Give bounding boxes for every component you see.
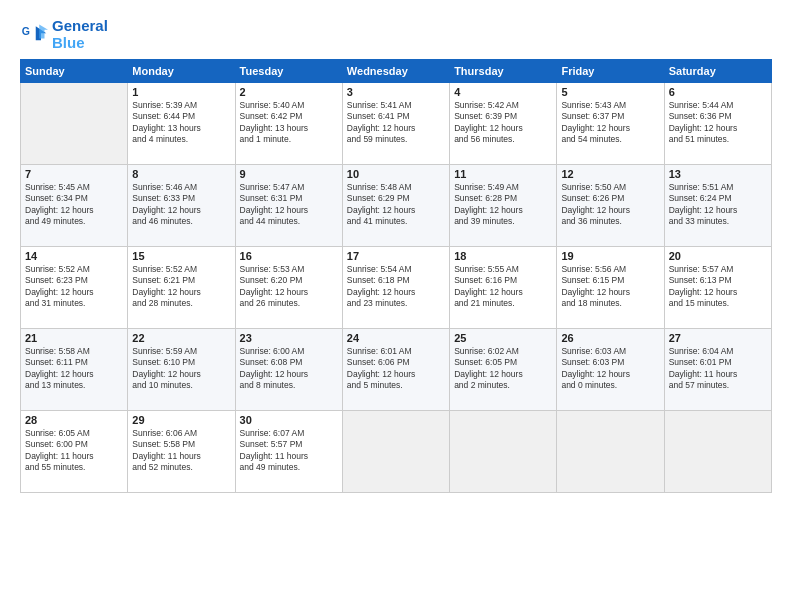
day-info: Sunrise: 6:05 AM Sunset: 6:00 PM Dayligh… [25, 428, 123, 474]
logo: G General Blue [20, 18, 108, 51]
calendar-cell: 16Sunrise: 5:53 AM Sunset: 6:20 PM Dayli… [235, 247, 342, 329]
day-info: Sunrise: 5:56 AM Sunset: 6:15 PM Dayligh… [561, 264, 659, 310]
day-info: Sunrise: 5:47 AM Sunset: 6:31 PM Dayligh… [240, 182, 338, 228]
day-number: 15 [132, 250, 230, 262]
calendar-week-row: 21Sunrise: 5:58 AM Sunset: 6:11 PM Dayli… [21, 329, 772, 411]
day-info: Sunrise: 5:59 AM Sunset: 6:10 PM Dayligh… [132, 346, 230, 392]
calendar-week-row: 14Sunrise: 5:52 AM Sunset: 6:23 PM Dayli… [21, 247, 772, 329]
logo-icon: G [20, 21, 48, 49]
day-number: 6 [669, 86, 767, 98]
calendar-cell: 27Sunrise: 6:04 AM Sunset: 6:01 PM Dayli… [664, 329, 771, 411]
calendar-cell: 15Sunrise: 5:52 AM Sunset: 6:21 PM Dayli… [128, 247, 235, 329]
calendar-cell [342, 411, 449, 493]
day-info: Sunrise: 5:52 AM Sunset: 6:21 PM Dayligh… [132, 264, 230, 310]
calendar-cell: 25Sunrise: 6:02 AM Sunset: 6:05 PM Dayli… [450, 329, 557, 411]
day-number: 1 [132, 86, 230, 98]
calendar-cell: 24Sunrise: 6:01 AM Sunset: 6:06 PM Dayli… [342, 329, 449, 411]
day-info: Sunrise: 5:52 AM Sunset: 6:23 PM Dayligh… [25, 264, 123, 310]
calendar-cell: 23Sunrise: 6:00 AM Sunset: 6:08 PM Dayli… [235, 329, 342, 411]
day-number: 20 [669, 250, 767, 262]
day-info: Sunrise: 5:55 AM Sunset: 6:16 PM Dayligh… [454, 264, 552, 310]
day-info: Sunrise: 5:58 AM Sunset: 6:11 PM Dayligh… [25, 346, 123, 392]
day-info: Sunrise: 5:46 AM Sunset: 6:33 PM Dayligh… [132, 182, 230, 228]
calendar-cell: 17Sunrise: 5:54 AM Sunset: 6:18 PM Dayli… [342, 247, 449, 329]
day-number: 26 [561, 332, 659, 344]
calendar-header-row: SundayMondayTuesdayWednesdayThursdayFrid… [21, 60, 772, 83]
day-number: 5 [561, 86, 659, 98]
day-info: Sunrise: 5:53 AM Sunset: 6:20 PM Dayligh… [240, 264, 338, 310]
calendar-cell: 21Sunrise: 5:58 AM Sunset: 6:11 PM Dayli… [21, 329, 128, 411]
day-number: 24 [347, 332, 445, 344]
day-info: Sunrise: 5:43 AM Sunset: 6:37 PM Dayligh… [561, 100, 659, 146]
day-number: 4 [454, 86, 552, 98]
day-number: 3 [347, 86, 445, 98]
day-number: 19 [561, 250, 659, 262]
day-info: Sunrise: 6:04 AM Sunset: 6:01 PM Dayligh… [669, 346, 767, 392]
day-info: Sunrise: 5:40 AM Sunset: 6:42 PM Dayligh… [240, 100, 338, 146]
day-number: 2 [240, 86, 338, 98]
day-info: Sunrise: 5:44 AM Sunset: 6:36 PM Dayligh… [669, 100, 767, 146]
day-number: 21 [25, 332, 123, 344]
day-info: Sunrise: 5:41 AM Sunset: 6:41 PM Dayligh… [347, 100, 445, 146]
day-info: Sunrise: 5:45 AM Sunset: 6:34 PM Dayligh… [25, 182, 123, 228]
calendar-page: G General Blue SundayMondayTuesdayWednes… [0, 0, 792, 612]
calendar-cell: 2Sunrise: 5:40 AM Sunset: 6:42 PM Daylig… [235, 83, 342, 165]
calendar-cell: 12Sunrise: 5:50 AM Sunset: 6:26 PM Dayli… [557, 165, 664, 247]
calendar-cell: 22Sunrise: 5:59 AM Sunset: 6:10 PM Dayli… [128, 329, 235, 411]
calendar-cell: 5Sunrise: 5:43 AM Sunset: 6:37 PM Daylig… [557, 83, 664, 165]
day-number: 13 [669, 168, 767, 180]
calendar-cell: 8Sunrise: 5:46 AM Sunset: 6:33 PM Daylig… [128, 165, 235, 247]
day-info: Sunrise: 5:42 AM Sunset: 6:39 PM Dayligh… [454, 100, 552, 146]
calendar-cell [557, 411, 664, 493]
calendar-cell [21, 83, 128, 165]
day-info: Sunrise: 5:54 AM Sunset: 6:18 PM Dayligh… [347, 264, 445, 310]
day-info: Sunrise: 5:48 AM Sunset: 6:29 PM Dayligh… [347, 182, 445, 228]
col-header-friday: Friday [557, 60, 664, 83]
calendar-cell: 29Sunrise: 6:06 AM Sunset: 5:58 PM Dayli… [128, 411, 235, 493]
calendar-cell: 30Sunrise: 6:07 AM Sunset: 5:57 PM Dayli… [235, 411, 342, 493]
calendar-cell: 26Sunrise: 6:03 AM Sunset: 6:03 PM Dayli… [557, 329, 664, 411]
calendar-week-row: 28Sunrise: 6:05 AM Sunset: 6:00 PM Dayli… [21, 411, 772, 493]
calendar-cell: 1Sunrise: 5:39 AM Sunset: 6:44 PM Daylig… [128, 83, 235, 165]
calendar-cell: 11Sunrise: 5:49 AM Sunset: 6:28 PM Dayli… [450, 165, 557, 247]
calendar-cell: 6Sunrise: 5:44 AM Sunset: 6:36 PM Daylig… [664, 83, 771, 165]
day-number: 22 [132, 332, 230, 344]
svg-marker-2 [39, 24, 48, 38]
logo-text-line2: Blue [52, 35, 108, 52]
day-number: 12 [561, 168, 659, 180]
day-number: 16 [240, 250, 338, 262]
day-info: Sunrise: 5:49 AM Sunset: 6:28 PM Dayligh… [454, 182, 552, 228]
calendar-week-row: 7Sunrise: 5:45 AM Sunset: 6:34 PM Daylig… [21, 165, 772, 247]
day-number: 25 [454, 332, 552, 344]
day-number: 10 [347, 168, 445, 180]
day-number: 11 [454, 168, 552, 180]
day-number: 29 [132, 414, 230, 426]
calendar-cell: 4Sunrise: 5:42 AM Sunset: 6:39 PM Daylig… [450, 83, 557, 165]
calendar-cell [664, 411, 771, 493]
calendar-cell: 13Sunrise: 5:51 AM Sunset: 6:24 PM Dayli… [664, 165, 771, 247]
calendar-cell: 18Sunrise: 5:55 AM Sunset: 6:16 PM Dayli… [450, 247, 557, 329]
col-header-monday: Monday [128, 60, 235, 83]
day-info: Sunrise: 6:00 AM Sunset: 6:08 PM Dayligh… [240, 346, 338, 392]
svg-text:G: G [22, 25, 30, 37]
calendar-cell: 14Sunrise: 5:52 AM Sunset: 6:23 PM Dayli… [21, 247, 128, 329]
col-header-saturday: Saturday [664, 60, 771, 83]
calendar-cell: 20Sunrise: 5:57 AM Sunset: 6:13 PM Dayli… [664, 247, 771, 329]
calendar-cell: 3Sunrise: 5:41 AM Sunset: 6:41 PM Daylig… [342, 83, 449, 165]
day-number: 28 [25, 414, 123, 426]
day-info: Sunrise: 5:50 AM Sunset: 6:26 PM Dayligh… [561, 182, 659, 228]
day-number: 9 [240, 168, 338, 180]
day-info: Sunrise: 5:51 AM Sunset: 6:24 PM Dayligh… [669, 182, 767, 228]
calendar-cell: 10Sunrise: 5:48 AM Sunset: 6:29 PM Dayli… [342, 165, 449, 247]
calendar-cell: 19Sunrise: 5:56 AM Sunset: 6:15 PM Dayli… [557, 247, 664, 329]
day-info: Sunrise: 5:39 AM Sunset: 6:44 PM Dayligh… [132, 100, 230, 146]
day-number: 23 [240, 332, 338, 344]
col-header-wednesday: Wednesday [342, 60, 449, 83]
day-info: Sunrise: 6:03 AM Sunset: 6:03 PM Dayligh… [561, 346, 659, 392]
col-header-thursday: Thursday [450, 60, 557, 83]
day-info: Sunrise: 5:57 AM Sunset: 6:13 PM Dayligh… [669, 264, 767, 310]
logo-text-line1: General [52, 18, 108, 35]
day-number: 17 [347, 250, 445, 262]
day-number: 7 [25, 168, 123, 180]
calendar-week-row: 1Sunrise: 5:39 AM Sunset: 6:44 PM Daylig… [21, 83, 772, 165]
